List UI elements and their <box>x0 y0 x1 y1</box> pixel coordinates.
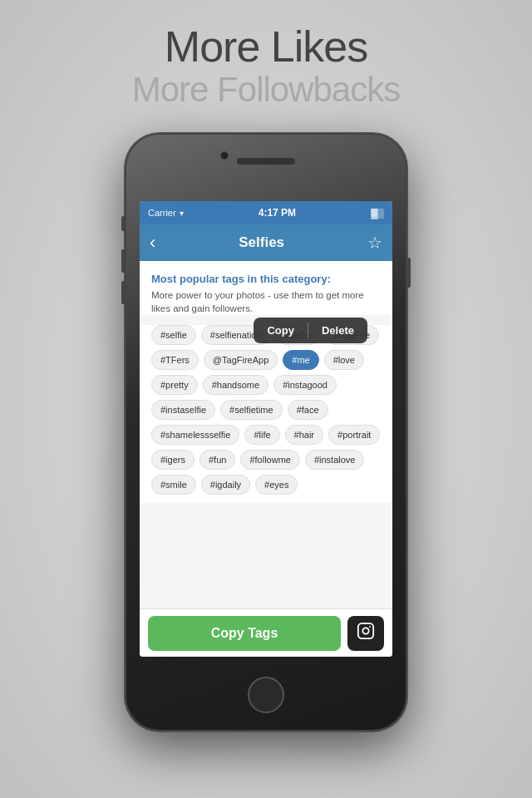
svg-rect-0 <box>358 623 373 638</box>
tag-item[interactable]: #instaselfie <box>151 400 215 420</box>
tag-item[interactable]: #eyes <box>255 475 298 495</box>
tag-item[interactable]: #face <box>288 400 328 420</box>
svg-point-1 <box>362 628 368 633</box>
context-menu: Copy Delete <box>254 318 367 343</box>
bottom-action-bar: Copy Tags <box>140 608 392 657</box>
svg-point-2 <box>369 626 371 628</box>
tag-item[interactable]: #handsome <box>203 375 269 395</box>
status-bar: Carrier ▾ 4:17 PM ▓▒ <box>140 201 392 224</box>
tag-item[interactable]: #shamelessselfie <box>151 425 239 445</box>
favorite-button[interactable]: ☆ <box>367 233 382 253</box>
power-button[interactable] <box>407 258 411 288</box>
tag-item[interactable]: #igers <box>151 450 195 470</box>
copy-tags-button[interactable]: Copy Tags <box>148 616 341 651</box>
phone-home-button[interactable] <box>248 677 284 713</box>
tag-item[interactable]: #instalove <box>305 450 365 470</box>
category-description: More power to your photos - use them to … <box>151 288 381 315</box>
wifi-icon: ▾ <box>180 209 184 218</box>
tag-item[interactable]: #smile <box>151 475 196 495</box>
tag-item[interactable]: #followme <box>240 450 300 470</box>
copy-button[interactable]: Copy <box>254 318 308 343</box>
tag-item[interactable]: #igdaily <box>201 475 250 495</box>
status-time: 4:17 PM <box>259 207 296 219</box>
tag-item[interactable]: #TFers <box>151 350 199 370</box>
phone-mockup: Carrier ▾ 4:17 PM ▓▒ ‹ Selfies ☆ <box>125 133 407 732</box>
phone-screen: Carrier ▾ 4:17 PM ▓▒ ‹ Selfies ☆ <box>140 201 392 657</box>
tag-item[interactable]: @TagFireApp <box>204 350 278 370</box>
tag-item[interactable]: #love <box>324 350 364 370</box>
carrier-info: Carrier ▾ <box>148 208 184 218</box>
tag-item[interactable]: #selfietime <box>220 400 283 420</box>
volume-up-button[interactable] <box>121 249 125 273</box>
category-header: Most popular tags in this category: <box>151 273 381 285</box>
hero-header: More Likes More Followbacks <box>0 23 532 109</box>
tag-item[interactable]: #portrait <box>328 425 380 445</box>
battery-indicator: ▓▒ <box>371 208 384 218</box>
mute-button[interactable] <box>121 216 125 231</box>
header-line2: More Followbacks <box>0 71 532 109</box>
nav-title: Selfies <box>239 234 284 251</box>
scrollable-area: Most popular tags in this category: More… <box>140 261 392 657</box>
phone-camera <box>220 151 229 160</box>
tag-item[interactable]: #me <box>283 350 318 370</box>
carrier-label: Carrier <box>148 208 176 218</box>
phone-shell: Carrier ▾ 4:17 PM ▓▒ ‹ Selfies ☆ <box>125 133 407 732</box>
back-button[interactable]: ‹ <box>150 232 155 254</box>
battery-icon: ▓▒ <box>371 208 384 218</box>
screen-content: Carrier ▾ 4:17 PM ▓▒ ‹ Selfies ☆ <box>140 201 392 657</box>
tag-item[interactable]: #selfie <box>151 325 196 345</box>
tag-item[interactable]: #instagood <box>273 375 337 395</box>
header-line1: More Likes <box>0 23 532 71</box>
tag-item[interactable]: #hair <box>285 425 323 445</box>
instagram-button[interactable] <box>347 616 384 651</box>
tag-item[interactable]: #pretty <box>151 375 198 395</box>
navigation-bar: ‹ Selfies ☆ <box>140 224 392 261</box>
delete-button[interactable]: Delete <box>308 318 367 343</box>
instagram-icon <box>357 622 375 645</box>
category-section: Most popular tags in this category: More… <box>140 261 392 315</box>
volume-down-button[interactable] <box>121 281 125 304</box>
tag-item[interactable]: #life <box>244 425 279 445</box>
phone-speaker <box>237 158 295 165</box>
tag-item[interactable]: #fun <box>200 450 235 470</box>
tags-container: #selfie#selfienation#selfie#TagFire#TFer… <box>140 325 392 503</box>
